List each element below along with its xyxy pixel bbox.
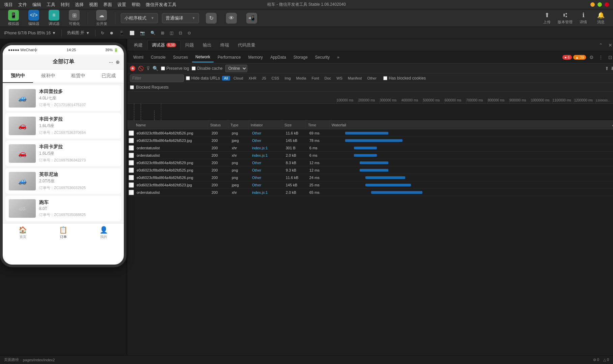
car-item-3[interactable]: 🚗 丰田卡罗拉 1.6L/5座 订单号：ZC1697536342273 — [5, 141, 121, 166]
magnify-btn[interactable]: 🔍 — [150, 31, 156, 35]
table-row[interactable]: e0d6023cf8bd864a4b82fd523.jpg 200 jpeg O… — [127, 181, 613, 189]
row-6-checkbox[interactable] — [129, 168, 134, 173]
blocked-req-checkbox[interactable] — [130, 85, 134, 89]
filter-button[interactable]: ⊽ — [146, 66, 150, 71]
tab-output[interactable]: 输出 — [199, 40, 216, 50]
real-machine-icon-button[interactable]: 📲 — [244, 13, 260, 24]
header-waterfall[interactable]: Waterfall ▲ — [330, 121, 613, 129]
table-row[interactable]: e0d6023cf8bd864a4b82fd525.png 200 png Ot… — [127, 166, 613, 174]
row-7-checkbox[interactable] — [129, 175, 134, 180]
tab-problems[interactable]: 问题 — [181, 40, 198, 50]
clear-button[interactable]: 🚫 — [138, 66, 144, 71]
bottom-nav-home[interactable]: 🏠 首页 — [3, 226, 43, 239]
header-size[interactable]: Size — [282, 121, 306, 129]
simulator-button[interactable]: 📱 模拟器 — [5, 10, 22, 26]
table-row[interactable]: orderstatuslist 200 xhr index.js:1 2.0 k… — [127, 189, 613, 196]
upload-button[interactable]: ⬆ 上传 — [540, 11, 554, 25]
menu-project[interactable]: 项目 — [4, 2, 13, 8]
header-name[interactable]: Name — [134, 121, 208, 129]
sub-tab-network[interactable]: Network — [192, 52, 214, 62]
type-media[interactable]: Media — [294, 76, 308, 81]
online-select[interactable]: Online — [225, 65, 247, 72]
type-img[interactable]: Img — [282, 76, 292, 81]
table-row[interactable]: orderstatuslist 200 xhr index.js:1 301 B… — [127, 144, 613, 152]
more-icon[interactable]: ⋮ — [597, 53, 605, 61]
tab-waitlist[interactable]: 候补中 — [33, 69, 63, 83]
type-font[interactable]: Font — [310, 76, 321, 81]
table-row[interactable]: orderstatuslist 200 xhr index.js:1 2.0 k… — [127, 152, 613, 159]
type-all[interactable]: All — [222, 76, 230, 81]
type-xhr[interactable]: XHR — [247, 76, 258, 81]
mode-dropdown[interactable]: 小程序模式 ▼ — [121, 13, 158, 23]
row-4-checkbox[interactable] — [129, 153, 134, 158]
visual-button[interactable]: ⊞ 可视化 — [66, 10, 82, 26]
sub-tab-sources[interactable]: Sources — [170, 52, 191, 62]
device-selector[interactable]: iPhone 6/7/8 Plus 85% 16 ▼ — [4, 31, 56, 35]
row-8-checkbox[interactable] — [129, 182, 134, 188]
grid-btn[interactable]: ⊞ — [161, 31, 164, 35]
bottom-nav-orders[interactable]: 📋 订单 — [43, 226, 84, 239]
settings-icon[interactable]: ⚙ — [587, 53, 595, 61]
reload-btn[interactable]: ↻ — [101, 31, 104, 35]
search-button[interactable]: 🔍 — [152, 66, 158, 71]
header-initiator[interactable]: Initiator — [249, 121, 282, 129]
menu-tool[interactable]: 工具 — [47, 2, 55, 8]
tab-completed[interactable]: 已完成 — [93, 69, 124, 83]
filter-input[interactable] — [130, 74, 184, 82]
version-button[interactable]: ⑆ 版本管理 — [558, 12, 573, 25]
crop-button[interactable]: 热截图 开 ▼ — [67, 30, 90, 36]
layout-btn[interactable]: ◫ — [170, 31, 173, 35]
car-item-2[interactable]: 🚗 丰田卡罗拉 1.6L/5座 订单号：ZC1697536370654 — [5, 113, 121, 139]
devtools-close-icon[interactable]: ✕ — [606, 41, 613, 49]
car-item-1[interactable]: 🚙 本田普拉多 4.0L/七座 订单号：ZC1721801475107 — [5, 85, 121, 111]
has-blocked-cookies-checkbox[interactable] — [383, 76, 387, 80]
cloud-button[interactable]: ☁ 云开发 — [93, 10, 110, 26]
menu-edit[interactable]: 编辑 — [32, 2, 41, 8]
menu-devtools[interactable]: 微信开发者工具 — [146, 2, 176, 8]
compile-dropdown[interactable]: 普通编译 ▼ — [162, 13, 199, 23]
bottom-nav-profile[interactable]: 👤 我的 — [83, 226, 124, 239]
tab-booking[interactable]: 预约中 — [3, 69, 33, 83]
refresh-button[interactable]: ↻ — [203, 13, 219, 24]
menu-file[interactable]: 文件 — [18, 2, 27, 8]
table-row[interactable]: e0d6023cf8bd864a4b82fd523.jpg 200 jpeg O… — [127, 137, 613, 144]
row-2-checkbox[interactable] — [129, 138, 134, 143]
tab-code-quality[interactable]: 代码质量 — [234, 40, 259, 50]
header-type[interactable]: Type — [228, 121, 249, 129]
menu-select[interactable]: 选择 — [75, 2, 84, 8]
menu-settings[interactable]: 设置 — [117, 2, 126, 8]
car-item-4[interactable]: 🚙 英菲尼迪 2.0T/5座 订单号：ZC1697536032925 — [5, 168, 121, 194]
tab-debugger[interactable]: 调试器 6,38 — [147, 40, 180, 50]
import-icon[interactable]: ⬆ — [605, 66, 609, 71]
hide-data-urls-checkbox[interactable] — [186, 76, 190, 80]
toggle-btn[interactable]: ⊡ — [179, 31, 182, 35]
table-row[interactable]: e0d6023cf8bd864a4b82fd529.png 200 png Ot… — [127, 159, 613, 166]
screenshot-btn[interactable]: 📷 — [140, 31, 145, 35]
sub-tab-memory[interactable]: Memory — [245, 52, 266, 62]
phone-btn[interactable]: 📱 — [119, 31, 124, 35]
detail-button[interactable]: ℹ 详情 — [577, 11, 590, 25]
debugger-button[interactable]: ≡ 调试器 — [46, 10, 62, 26]
sub-tab-security[interactable]: Security — [312, 52, 333, 62]
row-1-checkbox[interactable] — [129, 130, 134, 136]
sub-tab-performance[interactable]: Performance — [214, 52, 244, 62]
menu-view[interactable]: 视图 — [89, 2, 98, 8]
type-ws[interactable]: WS — [334, 76, 344, 81]
message-button[interactable]: 🔔 消息 — [594, 11, 608, 25]
type-js[interactable]: JS — [260, 76, 268, 81]
row-9-checkbox[interactable] — [129, 190, 134, 195]
tab-build[interactable]: 构建 — [130, 40, 147, 50]
sub-tab-wxml[interactable]: Wxml — [130, 52, 147, 62]
menu-help[interactable]: 帮助 — [132, 2, 140, 8]
sub-tab-appdata[interactable]: AppData — [267, 52, 289, 62]
camera-icon[interactable]: ⊕ — [116, 59, 120, 65]
tab-renting[interactable]: 租赁中 — [63, 69, 94, 83]
menu-interface[interactable]: 界面 — [103, 2, 112, 8]
disable-cache-checkbox[interactable] — [192, 66, 196, 70]
sub-tab-console[interactable]: Console — [147, 52, 169, 62]
type-other[interactable]: Other — [365, 76, 379, 81]
tablet-btn[interactable]: ⬜ — [130, 31, 135, 35]
menu-goto[interactable]: 转到 — [61, 2, 69, 8]
minimize-button[interactable] — [590, 2, 595, 7]
close-button[interactable] — [605, 2, 609, 7]
